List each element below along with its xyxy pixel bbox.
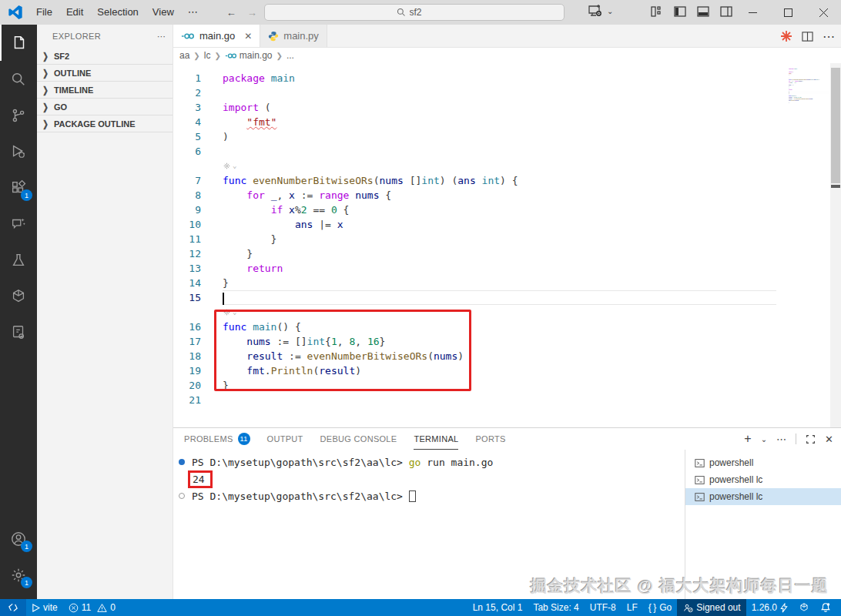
code-line[interactable]: package main (789, 68, 829, 69)
sidebar-item-source-control[interactable] (0, 97, 37, 133)
code-line[interactable]: ⌄ (223, 159, 776, 173)
editor-more-actions-icon[interactable]: ⋯ (823, 29, 835, 44)
code-line[interactable]: result := evenNumberBitwiseORs(nums) (223, 349, 776, 363)
chevron-down-icon[interactable]: ⌄ (607, 7, 613, 15)
code-line[interactable]: func main() { (789, 95, 829, 97)
cursor-position[interactable]: Ln 15, Col 1 (467, 599, 528, 616)
editor-code[interactable]: package mainimport ( "fmt")⌄func evenNum… (223, 63, 776, 427)
customize-layout-icon[interactable] (651, 5, 663, 18)
menu-view[interactable]: View (146, 4, 181, 21)
editor-scrollbar[interactable] (830, 63, 841, 427)
go-version[interactable]: 1.26.0 (746, 599, 793, 616)
sidebar-item-explorer[interactable] (0, 25, 37, 61)
container-status[interactable] (793, 599, 815, 616)
minimize-button[interactable] (735, 0, 770, 25)
code-line[interactable]: nums := []int{1, 8, 16} (223, 334, 776, 349)
command-decoration-icon[interactable] (179, 459, 185, 465)
sidebar-section-outline[interactable]: ❯OUTLINE (37, 65, 173, 82)
code-line[interactable]: package main (223, 71, 776, 85)
code-line[interactable] (223, 393, 776, 407)
code-line[interactable]: if x%2 == 0 { (223, 203, 776, 217)
panel-tab-debug-console[interactable]: DEBUG CONSOLE (320, 428, 397, 450)
panel-tab-problems[interactable]: PROBLEMS11 (184, 428, 250, 450)
eol-sequence[interactable]: LF (622, 599, 643, 616)
tab-main-py[interactable]: main.py (260, 25, 327, 47)
code-line[interactable]: return (789, 89, 829, 90)
code-line[interactable]: result := evenNumberBitwiseORs(nums) (789, 99, 829, 100)
code-line[interactable]: "fmt" (223, 115, 776, 129)
code-line[interactable]: ans |= x (223, 217, 776, 232)
extension-run-icon[interactable] (780, 30, 792, 42)
breadcrumb-item[interactable]: aa (179, 50, 189, 61)
toggle-secondary-sidebar-icon[interactable] (720, 5, 732, 18)
maximize-panel-icon[interactable] (806, 434, 816, 444)
code-line[interactable] (789, 75, 829, 77)
code-line[interactable]: import ( (789, 71, 829, 72)
sidebar-section-sf2[interactable]: ❯SF2 (37, 48, 173, 65)
code-line[interactable]: } (223, 232, 776, 246)
breadcrumb-item[interactable]: ... (286, 50, 294, 61)
code-line[interactable]: for _, x := range nums { (789, 81, 829, 82)
code-line[interactable] (789, 103, 829, 105)
command-center-search[interactable] (264, 4, 565, 21)
code-line[interactable]: fmt.Println(result) (223, 363, 776, 378)
maximize-button[interactable] (770, 0, 806, 25)
sidebar-item-notebooks[interactable] (0, 314, 37, 350)
sidebar-item-chat[interactable] (0, 206, 37, 242)
breadcrumb-item[interactable]: main.go (240, 50, 273, 61)
code-line[interactable] (223, 85, 776, 100)
menu-selection[interactable]: Selection (90, 4, 145, 21)
code-line[interactable] (789, 92, 829, 93)
panel-tab-terminal[interactable]: TERMINAL (414, 428, 458, 450)
toggle-panel-icon[interactable] (697, 5, 709, 18)
panel-tab-output[interactable]: OUTPUT (267, 428, 303, 450)
explorer-more-actions[interactable]: ⋯ (157, 32, 166, 42)
breadcrumb[interactable]: aa❯ lc❯ main.go❯ ... (173, 48, 841, 63)
notifications-button[interactable] (815, 599, 836, 616)
sidebar-section-go[interactable]: ❯GO (37, 99, 173, 116)
code-line[interactable]: } (223, 246, 776, 261)
search-input[interactable] (410, 7, 433, 18)
language-mode[interactable]: { }Go (643, 599, 677, 616)
sidebar-item-search[interactable] (0, 61, 37, 97)
problems-status[interactable]: 11 0 (63, 599, 121, 616)
sidebar-section-timeline[interactable]: ❯TIMELINE (37, 82, 173, 99)
code-line[interactable] (789, 69, 829, 71)
panel-tab-ports[interactable]: PORTS (475, 428, 505, 450)
signed-out-status[interactable]: Signed out (677, 599, 746, 616)
split-editor-icon[interactable] (802, 31, 813, 42)
code-line[interactable]: "fmt" (789, 72, 829, 74)
remote-indicator[interactable] (0, 599, 26, 616)
panel-more-actions-icon[interactable]: ⋯ (776, 434, 786, 445)
code-line[interactable]: func evenNumberBitwiseORs(nums []int) (a… (789, 79, 829, 81)
code-line[interactable]: if x%2 == 0 { (789, 82, 829, 84)
code-line[interactable]: } (789, 90, 829, 92)
menu-edit[interactable]: Edit (59, 4, 90, 21)
settings-button[interactable]: 1 (0, 557, 37, 593)
toggle-sidebar-icon[interactable] (674, 5, 686, 18)
sidebar-item-testing[interactable] (0, 242, 37, 278)
vite-task-button[interactable]: vite (26, 599, 63, 616)
code-line[interactable]: } (789, 87, 829, 89)
code-line[interactable]: ) (223, 129, 776, 144)
terminal-list-item[interactable]: powershell lc (685, 471, 841, 488)
menu-file[interactable]: File (29, 4, 59, 21)
code-line[interactable] (223, 290, 776, 305)
code-line[interactable]: import ( (223, 100, 776, 115)
code-line[interactable]: func evenNumberBitwiseORs(nums []int) (a… (223, 173, 776, 188)
editor-area[interactable]: 123456789101112131415161718192021 packag… (173, 63, 841, 427)
scrollbar-slider[interactable] (831, 68, 840, 183)
tab-main-go[interactable]: main.go ✕ (173, 25, 260, 47)
terminal-list-item-selected[interactable]: powershell lc (685, 488, 841, 505)
code-line[interactable]: fmt.Println(result) (789, 100, 829, 102)
encoding[interactable]: UTF-8 (585, 599, 622, 616)
code-line[interactable]: ⌄ (789, 93, 829, 95)
indentation[interactable]: Tab Size: 4 (528, 599, 584, 616)
close-button[interactable] (806, 0, 841, 25)
code-line[interactable]: ⌄ (789, 78, 829, 79)
code-line[interactable]: func main() { (223, 320, 776, 334)
code-line[interactable]: ⌄ (223, 305, 776, 320)
code-line[interactable]: ) (789, 74, 829, 75)
terminal-list-item[interactable]: powershell (685, 454, 841, 471)
sidebar-item-run-debug[interactable] (0, 133, 37, 169)
